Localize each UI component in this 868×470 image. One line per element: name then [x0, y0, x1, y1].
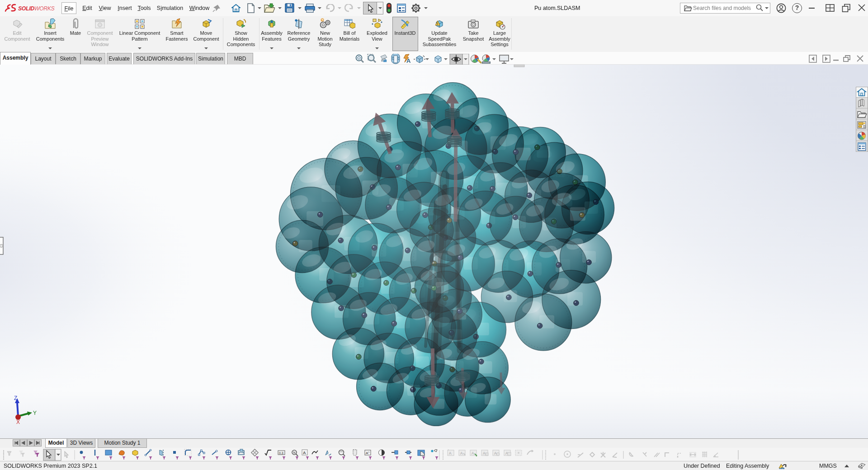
svg-text:Y: Y: [33, 410, 37, 416]
svg-text:A: A: [303, 451, 306, 455]
svg-text:A: A: [472, 451, 475, 456]
svg-text:Z: Z: [14, 395, 17, 401]
svg-text:!: !: [437, 22, 438, 26]
svg-text:A°: A°: [366, 451, 370, 455]
svg-text:X: X: [16, 419, 20, 425]
svg-text:A: A: [449, 451, 452, 456]
svg-text:A: A: [460, 451, 463, 456]
svg-text:0.3: 0.3: [279, 451, 283, 455]
svg-text:SOLIDWORKS: SOLIDWORKS: [18, 5, 54, 12]
svg-text:A: A: [483, 451, 486, 456]
svg-text:N: N: [293, 451, 296, 454]
